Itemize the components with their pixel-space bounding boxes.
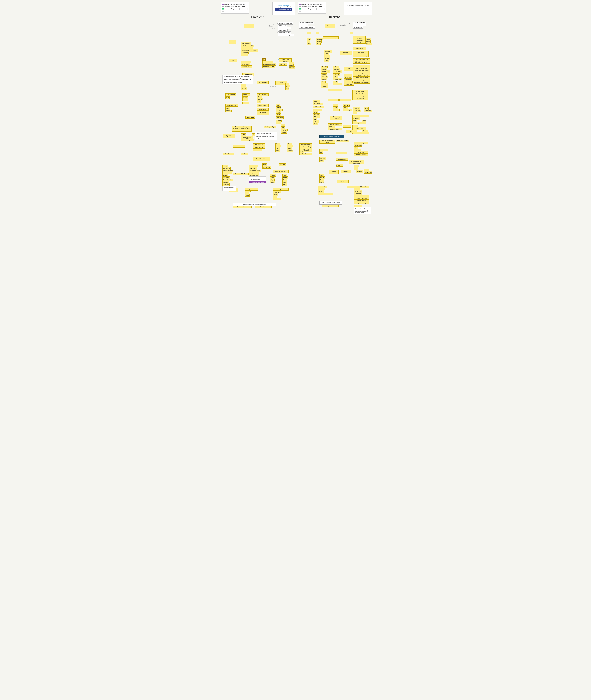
node-graphql: GraphQL	[279, 163, 286, 166]
node-desktop-apps: Desktop Applications	[245, 188, 258, 190]
backend-hashing-algos: Hashing Algorithms	[352, 122, 366, 124]
node-auth-strategies: Authentication StrategiesJWT, OAuth, SSO…	[232, 126, 252, 132]
node-device-orient: Device Orientation	[222, 179, 233, 181]
svg-line-5	[269, 26, 278, 32]
node-writing-semantics: Writing Semantic HTML	[241, 45, 254, 47]
node-git: Git	[262, 59, 266, 61]
svg-line-34	[339, 23, 353, 26]
backend-client-side: Client Side	[353, 107, 360, 110]
backend-n1-problem: N+1 Problem	[344, 76, 352, 79]
legend-alternative: Alternative Option - Pick this or purple	[224, 6, 245, 8]
node-prpl-pattern: PRPL Pattern	[249, 165, 258, 167]
svg-line-1	[269, 23, 278, 26]
backend-scrypt: scrypt	[352, 120, 357, 122]
backend-search-engines: Search Engines	[335, 152, 347, 154]
backend-sharding: Sharding Strategies	[352, 95, 368, 97]
backend-posix-basics: POSIX Basicsstdin, stdout, stderr, pipes	[353, 51, 369, 55]
backend-data-replication: Data Replication	[352, 93, 368, 95]
node-postcss: PostCSS	[225, 109, 232, 112]
backend-profiling-perf: Profiling Perfor...	[344, 83, 354, 85]
node-web-security: Web Security Basics	[223, 134, 235, 138]
backend-event-sourcing: Event Sourcing	[299, 153, 313, 155]
backend-influxdb: InfluxDB	[333, 66, 339, 68]
backend-basic-auth: Basic Auth	[313, 113, 320, 116]
node-cors: CORS	[241, 133, 246, 136]
backend-failure-modes: Failure Modes	[344, 81, 352, 83]
backend-types-scaling: Types of Scaling	[354, 202, 369, 204]
node-solidjs: Solid JS	[257, 98, 263, 100]
legend-order: Order in roadmap not strict (Learn anyti…	[224, 8, 248, 10]
node-vitest: Vitest	[281, 124, 285, 127]
backend-redisdb: RethinkDB	[321, 76, 328, 78]
node-task-runners: Task Runners	[257, 108, 269, 110]
node-vuejs-ssg: Vupress	[270, 174, 276, 176]
backend-neo4j: Neo4j	[333, 81, 338, 83]
getting-started-text: Are you just getting started?	[274, 6, 293, 8]
backend-legend-personal: Personal Recommendation / Opinion	[301, 3, 322, 5]
node-npm-scripts: npm scripts	[276, 116, 284, 119]
continue-learning: Continue Learning with following relevan…	[233, 203, 276, 206]
backend-oauth: OAuth	[313, 111, 318, 113]
backend-docker: Docker	[354, 165, 359, 167]
node-rail-model: RAIL Model	[249, 167, 257, 170]
backend-grpc: gRPC	[343, 106, 348, 109]
backend-ruby: Ruby	[316, 43, 321, 45]
testing-info: Learn the difference between Unit, Integ…	[255, 132, 277, 140]
backend-cap: CAP Theorem	[352, 97, 368, 100]
backend-soft-design: Software Design & Architecture	[319, 135, 344, 138]
resources-link[interactable]: https://roadmap.sh	[274, 5, 293, 6]
node-credentials: Credentials	[222, 183, 229, 186]
backend-dynamodb: DynamoDB	[321, 83, 328, 85]
backend-domain-name: What is Domain Name	[353, 24, 366, 26]
node-forms-validation: Forms and Validations	[241, 47, 253, 49]
node-hosting: What is hosting?	[278, 29, 288, 31]
node-conventions: Conventions and Best Practices	[241, 49, 258, 52]
backend-cdn: CDN	[353, 112, 357, 114]
svg-line-35	[339, 25, 353, 26]
backend-soa: SOA	[354, 146, 358, 149]
node-web-components: Web Components	[233, 145, 246, 148]
node-perf-metrics: Performance Metrics	[249, 169, 261, 172]
backend-observability: Observability	[354, 205, 362, 207]
backend-normalization: Normalization	[344, 78, 352, 81]
backend-md5: MD5 and why not to use it	[352, 115, 369, 118]
backend-mysql: MySQL	[324, 53, 329, 55]
node-accessibility: Accessibility	[241, 52, 249, 54]
backend-ssl-tls: SSL/TLS	[362, 130, 368, 132]
node-css-preprocessors: CSS Preprocessors	[225, 104, 238, 106]
node-payments: Payments	[222, 181, 229, 183]
backend-web-servers: Web Servers	[337, 180, 348, 183]
frontend-title: Front-end	[251, 15, 264, 19]
node-vuejs2: Vue.js	[275, 147, 280, 150]
devops-info: Have a look at the DevOps Roadmap	[319, 201, 342, 205]
css-info-box: We have trimmed down the CSS part for th…	[222, 75, 253, 84]
backend-memcached: Memcached	[364, 109, 372, 112]
backend-graphql3: Apollo	[364, 169, 369, 171]
backend-repo-hosting: Repo hosting services	[353, 40, 366, 44]
legend-dot-purple	[222, 4, 224, 5]
node-web-sockets: Web Sockets	[222, 167, 231, 170]
node-remix-ssg: Remix	[282, 181, 287, 183]
frontend-roadmap: Internet How does the Internet work? Wha…	[221, 20, 295, 343]
backend-timescale: TimeScale	[333, 68, 340, 70]
backend-jwt: JWT	[313, 118, 317, 121]
node-ssr: Server Side Rendering (SSR)	[253, 157, 270, 161]
node-using-devtools: Using Dev Tools	[249, 174, 259, 176]
frontend-resources-box: For resources and other roadmaps https:/…	[272, 2, 295, 15]
backend-resources-link[interactable]: https://roadmap.sh	[346, 6, 370, 8]
backend-threads: Threads and Concurrency	[353, 76, 370, 79]
node-react2: React	[275, 143, 280, 145]
node-github: GitHub	[288, 62, 294, 64]
backend-caching: Caching	[343, 109, 352, 111]
backend-kubernetes: Kubernetes	[335, 164, 343, 167]
backend-throttling: Throttling	[354, 188, 360, 190]
backend-db-indexes: Database Indexes	[352, 90, 368, 93]
backend-devops-roadmap: DevOps Roadmap	[322, 205, 339, 208]
backend-process-mgmt: Process Management	[353, 79, 370, 81]
node-cypress: Cypress	[281, 131, 287, 134]
visit-beginner-btn[interactable]: Visit the Beginner Version	[275, 8, 292, 11]
resources-text: For resources and other roadmaps	[274, 3, 293, 5]
backend-kafka: Kafka	[319, 159, 324, 162]
backend-php: PHP	[307, 43, 311, 45]
backend-backpressure: Backpressure	[354, 190, 363, 193]
